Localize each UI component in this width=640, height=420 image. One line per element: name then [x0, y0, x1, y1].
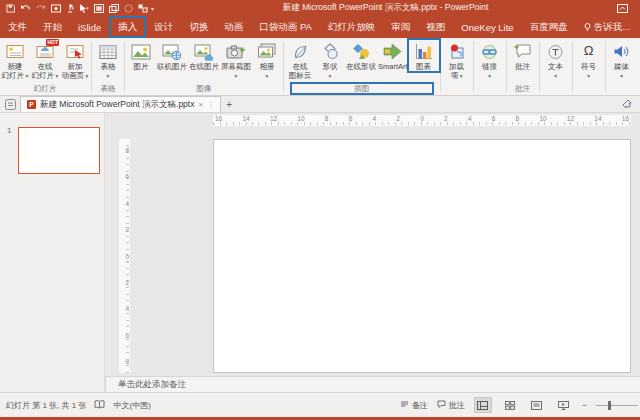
online-pictures-button[interactable]: 联机图片	[156, 40, 188, 71]
comment-button[interactable]: 批注	[508, 40, 538, 71]
tab-view[interactable]: 视图	[418, 16, 453, 38]
group-divider	[440, 41, 441, 92]
add-ins-button[interactable]: 加载 项	[442, 40, 472, 81]
tab-onekey-lite[interactable]: OneKey Lite	[453, 16, 521, 38]
web-pictures-cloud-icon	[194, 41, 214, 62]
online-shapes-button[interactable]: 在线形状	[345, 40, 377, 71]
powerpoint-file-icon: P	[27, 100, 36, 109]
group-icon[interactable]: ▾	[138, 4, 149, 13]
tab-home[interactable]: 开始	[35, 16, 70, 38]
ribbon-display-options-icon[interactable]	[617, 4, 628, 13]
slide-counter: 幻灯片 第 1 张, 共 1 张	[6, 400, 86, 411]
ribbon-insert-contents: 新建 幻灯片 HOT 在线 幻灯片 新加 动画页 幻灯片	[0, 38, 640, 96]
omega-symbol-icon: Ω	[584, 41, 594, 62]
comments-toggle[interactable]: 批注	[437, 400, 465, 411]
tab-review[interactable]: 审阅	[383, 16, 418, 38]
speaker-icon	[613, 41, 630, 62]
title-bar: ▾ ▾ ▾ ▾ ▾ 新建 Microsoft PowerPoint 演示文稿.p…	[0, 0, 640, 16]
tab-baidu-pan[interactable]: 百度网盘	[522, 16, 576, 38]
group-divider	[91, 41, 92, 92]
notes-toggle[interactable]: 备注	[400, 400, 428, 411]
tab-slideshow[interactable]: 幻灯片放映	[320, 16, 384, 38]
chart-button[interactable]: 图表	[409, 40, 439, 71]
tab-insert[interactable]: 插入	[109, 16, 146, 38]
tab-design[interactable]: 设计	[146, 16, 181, 38]
new-slide-button[interactable]: 新建 幻灯片	[0, 40, 30, 81]
picture-frame-icon[interactable]	[94, 4, 104, 13]
lightbulb-icon	[584, 23, 591, 32]
proofing-book-icon[interactable]	[94, 400, 105, 411]
close-tab-icon[interactable]: ×	[198, 100, 203, 109]
table-icon	[99, 41, 117, 62]
tab-pocket-animation[interactable]: 口袋动画 PA	[251, 16, 320, 38]
slideshow-view-button[interactable]	[555, 397, 573, 413]
zoom-slider[interactable]	[596, 405, 638, 406]
group-label-comments: 批注	[508, 83, 538, 94]
screenshot-camera-icon	[226, 41, 246, 62]
tab-tell-me[interactable]: 告诉我...	[576, 16, 638, 38]
ribbon-tab-bar: 文件 开始 iSlide 插入 设计 切换 动画 口袋动画 PA 幻灯片放映 审…	[0, 16, 640, 38]
chart-icon	[415, 41, 433, 62]
shapes-icon	[321, 41, 339, 62]
group-divider	[283, 41, 284, 92]
undo-icon[interactable]: ▾	[20, 4, 31, 13]
tab-animations[interactable]: 动画	[216, 16, 251, 38]
slide-canvas[interactable]	[213, 139, 631, 373]
media-button[interactable]: 媒体	[607, 40, 637, 81]
normal-view-button[interactable]	[474, 397, 492, 413]
online-slide-button[interactable]: HOT 在线 幻灯片	[30, 40, 60, 81]
zoom-out-button[interactable]: −	[582, 400, 587, 410]
save-icon[interactable]	[6, 4, 15, 13]
copy-slide-icon[interactable]	[109, 4, 119, 13]
notes-pane[interactable]: 单击此处添加备注	[105, 376, 640, 392]
redo-icon	[36, 4, 46, 13]
table-button[interactable]: 表格	[93, 40, 123, 81]
customize-qat-icon[interactable]: ▾	[153, 5, 154, 12]
new-animation-page-button[interactable]: 新加 动画页	[60, 40, 90, 81]
pointer-icon[interactable]: ▾	[79, 4, 89, 13]
text-button[interactable]: 文本	[541, 40, 571, 81]
pin-ribbon-icon[interactable]	[622, 96, 632, 112]
ribbon-group-symbols: Ω 符号	[574, 38, 604, 95]
language-indicator[interactable]: 中文(中国)	[113, 400, 150, 411]
notes-placeholder: 单击此处添加备注	[118, 379, 186, 391]
slide-sorter-view-button[interactable]	[501, 397, 519, 413]
tab-file[interactable]: 文件	[0, 16, 35, 38]
photo-album-button[interactable]: 相册	[252, 40, 282, 81]
document-tab-title: 新建 Microsoft PowerPoint 演示文稿.pptx	[40, 99, 194, 111]
group-divider	[539, 41, 540, 92]
shapes-button[interactable]: 形状	[315, 40, 345, 81]
online-icon-cloud-button[interactable]: 在线 图标云	[285, 40, 315, 81]
group-label-illustrations: 插图	[291, 83, 433, 94]
preview-icon[interactable]	[51, 4, 61, 13]
new-animation-page-icon	[66, 41, 85, 62]
symbol-button[interactable]: Ω 符号	[574, 40, 604, 81]
ribbon-group-media: 媒体	[607, 38, 637, 95]
group-label-table: 表格	[93, 83, 123, 94]
ribbon-group-slides: 新建 幻灯片 HOT 在线 幻灯片 新加 动画页 幻灯片	[0, 38, 90, 95]
horizontal-ruler: 1614121086420246810121416	[213, 115, 631, 126]
group-label-images: 图像	[126, 83, 282, 94]
sidebar-toggle-icon[interactable]	[0, 96, 20, 112]
picture-button[interactable]: 图片	[126, 40, 156, 71]
screenshot-button[interactable]: 屏幕截图	[220, 40, 252, 81]
quick-access-toolbar: ▾ ▾ ▾ ▾ ▾	[0, 4, 154, 13]
new-tab-button[interactable]: +	[221, 96, 237, 112]
slide-thumbnail[interactable]	[18, 127, 100, 174]
tab-menu-icon[interactable]: ⋮	[207, 101, 214, 109]
ribbon-group-text: 文本	[541, 38, 571, 95]
web-pictures-button[interactable]: 在线图片	[188, 40, 220, 71]
tab-transitions[interactable]: 切换	[181, 16, 216, 38]
smartart-button[interactable]: SmartArt	[377, 40, 409, 71]
comments-toggle-icon	[437, 400, 446, 410]
zoom-slider-thumb[interactable]	[608, 401, 611, 410]
reading-view-button[interactable]	[528, 397, 546, 413]
pin-icon[interactable]: ▾	[66, 4, 75, 13]
slide-thumbnail-panel[interactable]: 1	[0, 113, 105, 392]
link-button[interactable]: 链接	[475, 40, 505, 81]
ribbon-group-comments: 批注 批注	[508, 38, 538, 95]
comment-icon	[513, 41, 532, 62]
document-tab[interactable]: P 新建 Microsoft PowerPoint 演示文稿.pptx × ⋮	[20, 96, 221, 112]
tab-islide[interactable]: iSlide	[70, 16, 109, 38]
group-divider	[506, 41, 507, 92]
